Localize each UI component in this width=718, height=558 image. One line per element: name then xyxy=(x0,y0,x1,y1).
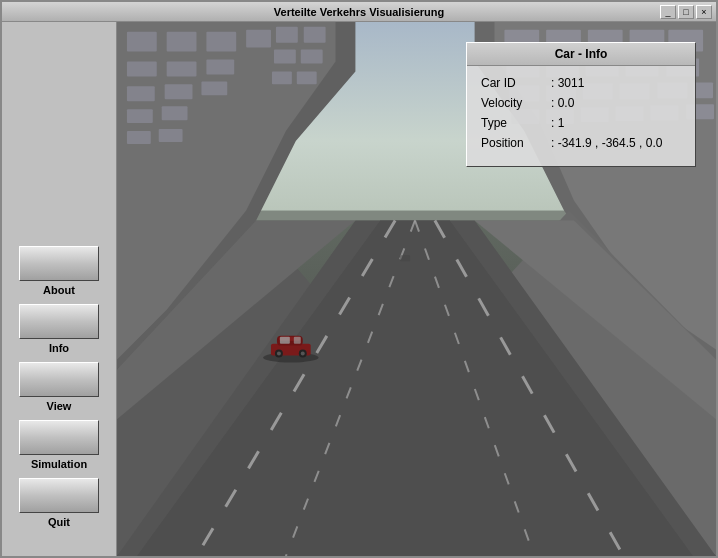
window-title: Verteilte Verkehrs Visualisierung xyxy=(274,6,444,18)
svg-rect-11 xyxy=(206,60,234,75)
label-type: Type xyxy=(481,116,551,130)
svg-rect-6 xyxy=(167,32,197,52)
info-panel-title: Car - Info xyxy=(467,43,695,66)
quit-label: Quit xyxy=(48,516,70,528)
about-container: About xyxy=(19,246,99,296)
view-container: View xyxy=(19,362,99,412)
window-controls: _ □ × xyxy=(660,5,712,19)
left-panel: About Info View Simulation Quit xyxy=(2,22,117,556)
svg-point-67 xyxy=(277,352,281,356)
svg-rect-15 xyxy=(127,109,153,123)
close-button[interactable]: × xyxy=(696,5,712,19)
svg-rect-19 xyxy=(276,27,298,43)
about-button[interactable] xyxy=(19,246,99,281)
maximize-button[interactable]: □ xyxy=(678,5,694,19)
view-label: View xyxy=(47,400,72,412)
info-label: Info xyxy=(49,342,69,354)
label-carid: Car ID xyxy=(481,76,551,90)
value-type: : 1 xyxy=(551,116,564,130)
svg-point-68 xyxy=(301,352,305,356)
value-carid: : 3011 xyxy=(551,76,584,90)
info-panel-content: Car ID : 3011 Velocity : 0.0 Type : 1 Po… xyxy=(467,66,695,166)
value-position: : -341.9 , -364.5 , 0.0 xyxy=(551,136,662,150)
svg-rect-23 xyxy=(272,71,292,84)
label-velocity: Velocity xyxy=(481,96,551,110)
svg-rect-7 xyxy=(206,32,236,52)
quit-button[interactable] xyxy=(19,478,99,513)
info-row-carid: Car ID : 3011 xyxy=(481,76,681,90)
svg-rect-69 xyxy=(400,255,410,261)
svg-rect-9 xyxy=(127,62,157,77)
svg-rect-24 xyxy=(297,71,317,84)
simulation-container: Simulation xyxy=(19,420,99,470)
label-position: Position xyxy=(481,136,551,150)
car-info-panel: Car - Info Car ID : 3011 Velocity : 0.0 … xyxy=(466,42,696,167)
svg-rect-10 xyxy=(167,62,197,77)
value-velocity: : 0.0 xyxy=(551,96,574,110)
svg-rect-22 xyxy=(301,50,323,64)
svg-rect-17 xyxy=(127,131,151,144)
svg-rect-5 xyxy=(127,32,157,52)
info-container: Info xyxy=(19,304,99,354)
svg-rect-63 xyxy=(280,337,290,344)
about-label: About xyxy=(43,284,75,296)
svg-rect-12 xyxy=(127,86,155,101)
svg-rect-8 xyxy=(246,30,271,48)
info-row-velocity: Velocity : 0.0 xyxy=(481,96,681,110)
svg-rect-21 xyxy=(274,50,296,64)
svg-rect-43 xyxy=(693,82,713,98)
info-row-position: Position : -341.9 , -364.5 , 0.0 xyxy=(481,136,681,150)
svg-rect-13 xyxy=(165,84,193,99)
view-button[interactable] xyxy=(19,362,99,397)
info-button[interactable] xyxy=(19,304,99,339)
svg-rect-18 xyxy=(159,129,183,142)
simulation-label: Simulation xyxy=(31,458,87,470)
quit-container: Quit xyxy=(19,478,99,528)
simulation-button[interactable] xyxy=(19,420,99,455)
info-row-type: Type : 1 xyxy=(481,116,681,130)
main-window: Verteilte Verkehrs Visualisierung _ □ × … xyxy=(0,0,718,558)
svg-rect-14 xyxy=(201,81,227,95)
svg-rect-16 xyxy=(162,106,188,120)
minimize-button[interactable]: _ xyxy=(660,5,676,19)
window-content: About Info View Simulation Quit xyxy=(2,22,716,556)
scene-area: Car - Info Car ID : 3011 Velocity : 0.0 … xyxy=(117,22,716,556)
svg-rect-20 xyxy=(304,27,326,43)
svg-rect-64 xyxy=(294,337,301,344)
title-bar: Verteilte Verkehrs Visualisierung _ □ × xyxy=(2,2,716,22)
